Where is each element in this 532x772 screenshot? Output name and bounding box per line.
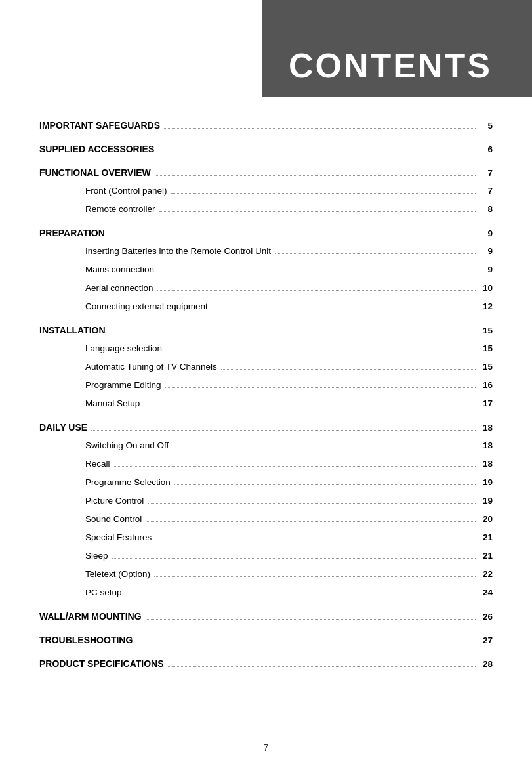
toc-dots-installation — [110, 333, 476, 333]
table-of-contents: IMPORTANT SAFEGUARDS5SUPPLIED ACCESSORIE… — [39, 120, 493, 677]
toc-entry-picture-control: Picture Control19 — [39, 496, 493, 514]
toc-dots-picture-control — [148, 503, 476, 504]
toc-page-preparation: 9 — [480, 228, 493, 238]
toc-dots-troubleshooting — [136, 643, 476, 643]
toc-title-language-selection: Language selection — [85, 343, 162, 353]
toc-title-troubleshooting: TROUBLESHOOTING — [39, 635, 133, 645]
toc-entry-product-specifications: PRODUCT SPECIFICATIONS28 — [39, 658, 493, 677]
toc-entry-manual-setup: Manual Setup17 — [39, 398, 493, 417]
toc-title-special-features: Special Features — [85, 532, 152, 542]
toc-dots-wall-arm-mounting — [146, 619, 476, 620]
toc-title-front-control-panel: Front (Control panel) — [85, 186, 167, 196]
toc-title-connecting-external: Connecting external equipment — [85, 301, 208, 311]
toc-dots-functional-overview — [155, 175, 476, 176]
toc-entry-installation: INSTALLATION15 — [39, 325, 493, 343]
toc-title-picture-control: Picture Control — [85, 496, 144, 505]
toc-dots-programme-selection — [174, 484, 476, 485]
toc-title-recall: Recall — [85, 459, 110, 469]
toc-dots-language-selection — [166, 351, 476, 351]
toc-entry-preparation: PREPARATION9 — [39, 228, 493, 246]
toc-entry-daily-use: DAILY USE18 — [39, 422, 493, 440]
toc-entry-inserting-batteries: Inserting Batteries into the Remote Cont… — [39, 246, 493, 265]
header-bar: CONTENTS — [262, 0, 532, 97]
toc-page-language-selection: 15 — [480, 343, 493, 353]
toc-title-automatic-tuning: Automatic Tuning of TV Channels — [85, 362, 217, 372]
toc-page-functional-overview: 7 — [480, 168, 493, 178]
toc-entry-special-features: Special Features21 — [39, 532, 493, 551]
toc-page-teletext-option: 22 — [480, 569, 493, 579]
toc-title-aerial-connection: Aerial connection — [85, 283, 153, 293]
toc-entry-front-control-panel: Front (Control panel)7 — [39, 186, 493, 204]
toc-entry-supplied-accessories: SUPPLIED ACCESSORIES6 — [39, 144, 493, 162]
toc-dots-pc-setup — [126, 595, 476, 595]
toc-dots-switching-on-off — [173, 448, 476, 448]
toc-page-programme-selection: 19 — [480, 477, 493, 487]
toc-dots-product-specifications — [168, 666, 476, 667]
toc-entry-programme-editing: Programme Editing16 — [39, 380, 493, 398]
toc-page-pc-setup: 24 — [480, 588, 493, 597]
toc-dots-mains-connection — [158, 272, 476, 272]
toc-entry-sound-control: Sound Control20 — [39, 514, 493, 532]
toc-entry-recall: Recall18 — [39, 459, 493, 477]
toc-title-teletext-option: Teletext (Option) — [85, 569, 150, 579]
toc-title-preparation: PREPARATION — [39, 228, 105, 238]
toc-dots-inserting-batteries — [275, 253, 476, 254]
toc-dots-connecting-external — [212, 309, 476, 309]
toc-dots-programme-editing — [165, 387, 476, 388]
toc-dots-teletext-option — [154, 576, 476, 577]
toc-dots-supplied-accessories — [158, 152, 476, 152]
toc-title-switching-on-off: Switching On and Off — [85, 440, 169, 450]
toc-dots-manual-setup — [144, 406, 476, 406]
toc-dots-aerial-connection — [157, 290, 476, 291]
toc-title-supplied-accessories: SUPPLIED ACCESSORIES — [39, 144, 154, 154]
toc-title-sleep: Sleep — [85, 551, 108, 561]
toc-title-installation: INSTALLATION — [39, 325, 106, 335]
toc-page-supplied-accessories: 6 — [480, 144, 493, 154]
toc-entry-switching-on-off: Switching On and Off18 — [39, 440, 493, 459]
toc-page-picture-control: 19 — [480, 496, 493, 505]
toc-page-mains-connection: 9 — [480, 265, 493, 274]
toc-entry-troubleshooting: TROUBLESHOOTING27 — [39, 635, 493, 653]
toc-dots-front-control-panel — [171, 193, 476, 194]
toc-title-programme-editing: Programme Editing — [85, 380, 161, 390]
toc-entry-functional-overview: FUNCTIONAL OVERVIEW7 — [39, 167, 493, 186]
toc-entry-automatic-tuning: Automatic Tuning of TV Channels15 — [39, 362, 493, 380]
toc-entry-connecting-external: Connecting external equipment12 — [39, 301, 493, 320]
toc-title-programme-selection: Programme Selection — [85, 477, 171, 487]
toc-page-recall: 18 — [480, 459, 493, 469]
toc-entry-programme-selection: Programme Selection19 — [39, 477, 493, 496]
toc-title-functional-overview: FUNCTIONAL OVERVIEW — [39, 167, 151, 178]
toc-entry-pc-setup: PC setup24 — [39, 588, 493, 606]
toc-dots-automatic-tuning — [221, 369, 476, 370]
toc-page-wall-arm-mounting: 26 — [480, 612, 493, 622]
toc-page-sound-control: 20 — [480, 514, 493, 524]
toc-page-automatic-tuning: 15 — [480, 362, 493, 372]
toc-page-connecting-external: 12 — [480, 301, 493, 311]
toc-page-special-features: 21 — [480, 532, 493, 542]
toc-page-switching-on-off: 18 — [480, 440, 493, 450]
content-area: IMPORTANT SAFEGUARDS5SUPPLIED ACCESSORIE… — [0, 0, 532, 716]
toc-entry-mains-connection: Mains connection9 — [39, 265, 493, 283]
toc-entry-wall-arm-mounting: WALL/ARM MOUNTING26 — [39, 611, 493, 630]
toc-page-troubleshooting: 27 — [480, 635, 493, 645]
toc-title-inserting-batteries: Inserting Batteries into the Remote Cont… — [85, 246, 271, 256]
toc-dots-daily-use — [91, 430, 476, 431]
toc-title-mains-connection: Mains connection — [85, 265, 154, 274]
toc-entry-aerial-connection: Aerial connection10 — [39, 283, 493, 301]
toc-page-inserting-batteries: 9 — [480, 246, 493, 256]
toc-dots-recall — [114, 466, 476, 467]
toc-page-manual-setup: 17 — [480, 398, 493, 408]
toc-entry-teletext-option: Teletext (Option)22 — [39, 569, 493, 588]
toc-dots-special-features — [155, 540, 476, 540]
toc-entry-sleep: Sleep21 — [39, 551, 493, 569]
toc-title-remote-controller: Remote controller — [85, 204, 155, 214]
toc-entry-language-selection: Language selection15 — [39, 343, 493, 362]
toc-entry-important-safeguards: IMPORTANT SAFEGUARDS5 — [39, 120, 493, 139]
toc-dots-important-safeguards — [164, 128, 476, 129]
toc-dots-preparation — [109, 236, 476, 236]
toc-page-aerial-connection: 10 — [480, 283, 493, 293]
toc-title-sound-control: Sound Control — [85, 514, 142, 524]
toc-page-remote-controller: 8 — [480, 204, 493, 214]
footer-page-number: 7 — [0, 742, 532, 753]
toc-title-pc-setup: PC setup — [85, 588, 122, 597]
